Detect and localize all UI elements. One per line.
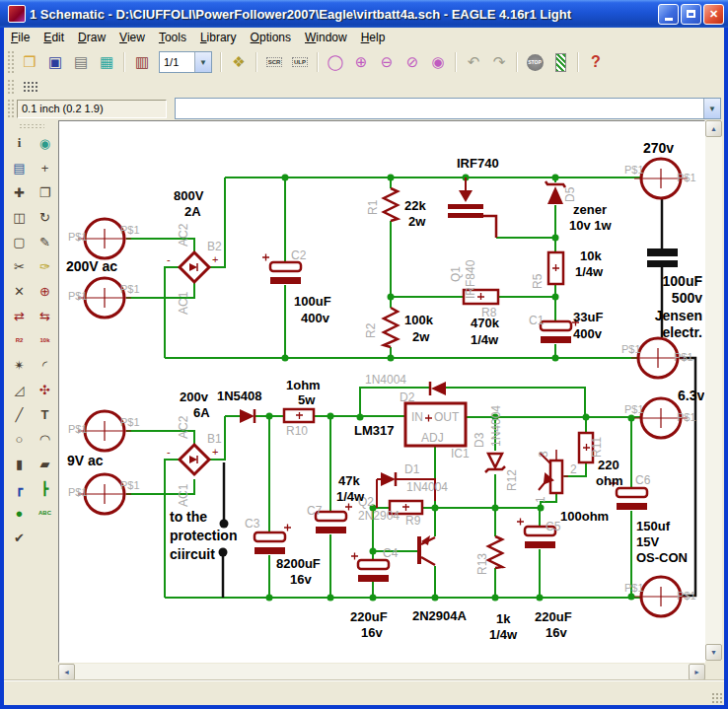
command-combobox[interactable]: ▼ <box>175 98 721 119</box>
tool-change[interactable]: ✎ <box>33 230 58 253</box>
close-button[interactable]: ✕ <box>703 4 724 25</box>
scroll-down-button[interactable]: ▼ <box>705 644 722 661</box>
stop-button[interactable]: STOP <box>522 50 547 75</box>
r12-pin2: 2 <box>570 462 577 476</box>
tool-cut[interactable]: ✂ <box>7 254 33 278</box>
palette-handle[interactable] <box>19 123 44 129</box>
tool-group[interactable]: ▢ <box>7 230 33 253</box>
sheet-selector[interactable]: 1/1 ▼ <box>159 51 212 73</box>
tool-arc[interactable]: ◠ <box>33 427 58 451</box>
menu-options[interactable]: Options <box>244 29 298 46</box>
print-button[interactable]: ▤ <box>68 50 94 75</box>
text-icon: T <box>41 407 49 422</box>
tool-rect[interactable]: ▮ <box>7 452 33 475</box>
horizontal-scrollbar[interactable]: ◄ ► <box>58 664 705 680</box>
tool-copy[interactable]: ❐ <box>33 180 58 204</box>
open-button[interactable]: ❒ <box>17 50 42 75</box>
scroll-left-button[interactable]: ◄ <box>58 664 75 680</box>
library-icon: ❖ <box>232 53 245 71</box>
tool-miter[interactable]: ◜ <box>33 353 58 377</box>
r9-value: 47k <box>338 473 360 488</box>
tool-split[interactable]: ◿ <box>7 378 33 401</box>
vertical-scrollbar[interactable]: ▲ ▼ <box>705 120 722 661</box>
scroll-up-button[interactable]: ▲ <box>705 120 722 137</box>
board-button[interactable]: ▥ <box>129 50 155 75</box>
resize-grip[interactable] <box>711 692 723 704</box>
tool-pinswap[interactable]: ⇄ <box>7 304 33 327</box>
zoom-fit-button[interactable]: ◯ <box>323 50 348 75</box>
tool-polygon[interactable]: ▰ <box>33 452 58 475</box>
smash-icon: ✴ <box>14 358 25 373</box>
tool-add[interactable]: ⊕ <box>33 279 58 303</box>
board-icon: ▥ <box>135 53 149 71</box>
tool-delete[interactable]: ✕ <box>7 279 33 303</box>
tool-mirror[interactable]: ◫ <box>7 205 33 229</box>
d5-value2: 10v 1w <box>569 218 613 233</box>
tool-smash[interactable]: ✴ <box>7 353 33 377</box>
menu-help[interactable]: Help <box>354 29 393 46</box>
c6-value2: 15V <box>636 534 659 549</box>
input-9v-label: 9V ac <box>67 453 104 468</box>
tool-gateswap[interactable]: ⇆ <box>33 304 58 327</box>
zoom-redraw-button[interactable]: ◉ <box>425 50 451 75</box>
tool-name[interactable]: R2 <box>7 328 33 352</box>
menu-edit[interactable]: Edit <box>36 29 71 46</box>
run-ulp-button[interactable]: ULP <box>287 50 313 75</box>
tool-erc[interactable]: ✔ <box>7 526 33 549</box>
tool-mark[interactable]: + <box>33 156 58 179</box>
zoom-out-button[interactable]: ⊖ <box>374 50 400 75</box>
command-dropdown-arrow[interactable]: ▼ <box>703 99 720 118</box>
maximize-button[interactable] <box>681 4 701 25</box>
tool-display[interactable]: ▤ <box>7 156 33 179</box>
tool-value[interactable]: 10k <box>33 328 58 352</box>
menu-file[interactable]: File <box>4 29 36 46</box>
tool-label[interactable]: ABC <box>33 501 58 525</box>
menu-library[interactable]: Library <box>193 29 244 46</box>
redo-button[interactable]: ↷ <box>486 50 512 75</box>
b1-ac2-label: AC2 <box>177 415 190 439</box>
menu-tools[interactable]: Tools <box>152 29 193 46</box>
use-library-button[interactable]: ❖ <box>226 50 252 75</box>
toolbar-handle[interactable] <box>7 79 14 95</box>
menu-view[interactable]: View <box>112 29 152 46</box>
maximize-icon <box>687 10 695 18</box>
scroll-right-button[interactable]: ► <box>689 664 705 680</box>
ic1-label: IC1 <box>451 447 470 461</box>
tool-circle[interactable]: ○ <box>7 427 33 451</box>
tool-info[interactable]: i <box>7 131 33 155</box>
minimize-button[interactable] <box>658 4 679 25</box>
sheet-dropdown-arrow[interactable]: ▼ <box>194 52 211 72</box>
title-bar[interactable]: 1 Schematic - D:\CIUFFOLI\PowerFollower2… <box>0 0 728 28</box>
q1-label: Q1 <box>449 266 463 282</box>
schematic-canvas[interactable]: P$1 P$1 P$1 P$1 P$1 P$1 P$1 P$1 P$1 P$1 … <box>58 120 705 663</box>
undo-button[interactable]: ↶ <box>461 50 486 75</box>
tool-junction[interactable]: ● <box>7 501 33 525</box>
miter-icon: ◜ <box>42 358 47 373</box>
c4-label: C4 <box>383 546 399 560</box>
tool-move[interactable]: ✚ <box>7 180 33 204</box>
save-button[interactable]: ▣ <box>42 50 68 75</box>
printer-icon: ▤ <box>74 53 88 71</box>
grid-button[interactable] <box>17 75 42 100</box>
tool-rotate[interactable]: ↻ <box>33 205 58 229</box>
tool-paste[interactable]: ✑ <box>33 254 58 278</box>
go-button[interactable] <box>547 50 573 75</box>
menu-draw[interactable]: Draw <box>71 29 112 46</box>
r13-symbol <box>488 536 502 568</box>
tool-bus[interactable]: ┏ <box>7 476 33 500</box>
tool-wire[interactable]: ╱ <box>7 402 33 426</box>
help-button[interactable]: ? <box>583 50 609 75</box>
zoom-in-button[interactable]: ⊕ <box>348 50 374 75</box>
tool-show[interactable]: ◉ <box>33 131 58 155</box>
toolbar-handle[interactable] <box>7 99 14 117</box>
tool-net[interactable]: ┣ <box>33 476 58 500</box>
tool-text[interactable]: T <box>33 402 58 426</box>
zoom-select-button[interactable]: ⊘ <box>400 50 425 75</box>
grid-toolbar <box>4 77 724 97</box>
tool-invoke[interactable]: ✣ <box>33 378 58 401</box>
menu-window[interactable]: Window <box>298 29 354 46</box>
cam-button[interactable]: ▦ <box>94 50 119 75</box>
value-icon: 10k <box>39 337 49 343</box>
toolbar-handle[interactable] <box>7 50 14 74</box>
script-button[interactable]: SCR <box>261 50 287 75</box>
